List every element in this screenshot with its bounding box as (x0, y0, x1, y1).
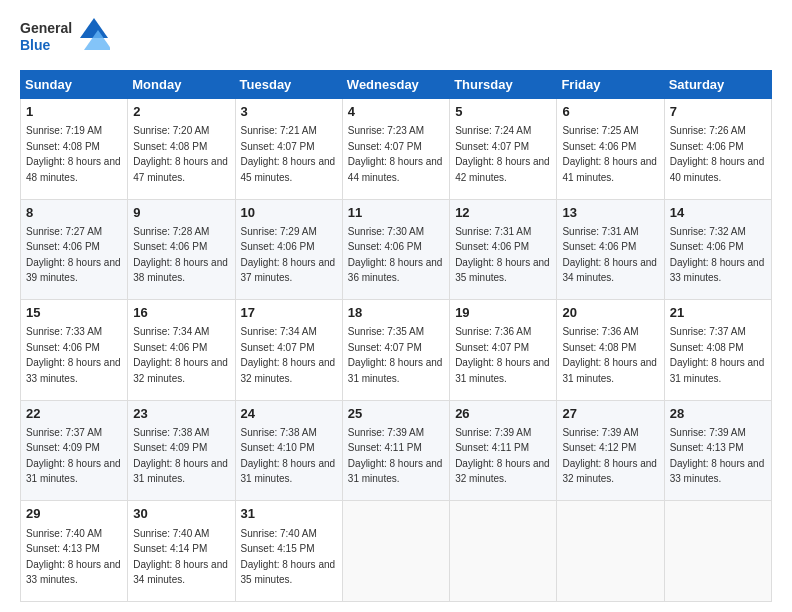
calendar-cell: 14 Sunrise: 7:32 AMSunset: 4:06 PMDaylig… (664, 199, 771, 300)
weekday-monday: Monday (128, 71, 235, 99)
day-info: Sunrise: 7:39 AMSunset: 4:11 PMDaylight:… (455, 427, 550, 485)
calendar-cell: 13 Sunrise: 7:31 AMSunset: 4:06 PMDaylig… (557, 199, 664, 300)
calendar-cell: 20 Sunrise: 7:36 AMSunset: 4:08 PMDaylig… (557, 300, 664, 401)
calendar-cell: 27 Sunrise: 7:39 AMSunset: 4:12 PMDaylig… (557, 400, 664, 501)
day-info: Sunrise: 7:27 AMSunset: 4:06 PMDaylight:… (26, 226, 121, 284)
day-number: 3 (241, 103, 337, 121)
day-number: 14 (670, 204, 766, 222)
calendar-cell: 28 Sunrise: 7:39 AMSunset: 4:13 PMDaylig… (664, 400, 771, 501)
day-info: Sunrise: 7:20 AMSunset: 4:08 PMDaylight:… (133, 125, 228, 183)
day-info: Sunrise: 7:36 AMSunset: 4:08 PMDaylight:… (562, 326, 657, 384)
calendar-cell: 29 Sunrise: 7:40 AMSunset: 4:13 PMDaylig… (21, 501, 128, 602)
day-info: Sunrise: 7:37 AMSunset: 4:09 PMDaylight:… (26, 427, 121, 485)
day-info: Sunrise: 7:39 AMSunset: 4:11 PMDaylight:… (348, 427, 443, 485)
day-number: 27 (562, 405, 658, 423)
day-info: Sunrise: 7:36 AMSunset: 4:07 PMDaylight:… (455, 326, 550, 384)
day-info: Sunrise: 7:30 AMSunset: 4:06 PMDaylight:… (348, 226, 443, 284)
day-info: Sunrise: 7:38 AMSunset: 4:09 PMDaylight:… (133, 427, 228, 485)
svg-marker-2 (80, 18, 108, 38)
day-number: 4 (348, 103, 444, 121)
day-info: Sunrise: 7:31 AMSunset: 4:06 PMDaylight:… (562, 226, 657, 284)
day-number: 13 (562, 204, 658, 222)
weekday-sunday: Sunday (21, 71, 128, 99)
week-row-5: 29 Sunrise: 7:40 AMSunset: 4:13 PMDaylig… (21, 501, 772, 602)
day-number: 10 (241, 204, 337, 222)
calendar-cell (664, 501, 771, 602)
day-info: Sunrise: 7:33 AMSunset: 4:06 PMDaylight:… (26, 326, 121, 384)
day-number: 25 (348, 405, 444, 423)
calendar-cell (342, 501, 449, 602)
day-number: 15 (26, 304, 122, 322)
weekday-friday: Friday (557, 71, 664, 99)
day-number: 20 (562, 304, 658, 322)
day-number: 1 (26, 103, 122, 121)
calendar-cell: 7 Sunrise: 7:26 AMSunset: 4:06 PMDayligh… (664, 99, 771, 200)
day-number: 24 (241, 405, 337, 423)
day-info: Sunrise: 7:35 AMSunset: 4:07 PMDaylight:… (348, 326, 443, 384)
day-info: Sunrise: 7:32 AMSunset: 4:06 PMDaylight:… (670, 226, 765, 284)
calendar-cell: 22 Sunrise: 7:37 AMSunset: 4:09 PMDaylig… (21, 400, 128, 501)
day-info: Sunrise: 7:40 AMSunset: 4:15 PMDaylight:… (241, 528, 336, 586)
day-number: 17 (241, 304, 337, 322)
calendar-cell (557, 501, 664, 602)
logo: General Blue (20, 16, 110, 60)
day-info: Sunrise: 7:28 AMSunset: 4:06 PMDaylight:… (133, 226, 228, 284)
calendar-cell: 11 Sunrise: 7:30 AMSunset: 4:06 PMDaylig… (342, 199, 449, 300)
day-info: Sunrise: 7:29 AMSunset: 4:06 PMDaylight:… (241, 226, 336, 284)
calendar-cell: 5 Sunrise: 7:24 AMSunset: 4:07 PMDayligh… (450, 99, 557, 200)
svg-text:General: General (20, 20, 72, 36)
day-number: 7 (670, 103, 766, 121)
weekday-tuesday: Tuesday (235, 71, 342, 99)
week-row-1: 1 Sunrise: 7:19 AMSunset: 4:08 PMDayligh… (21, 99, 772, 200)
calendar-cell: 6 Sunrise: 7:25 AMSunset: 4:06 PMDayligh… (557, 99, 664, 200)
day-info: Sunrise: 7:23 AMSunset: 4:07 PMDaylight:… (348, 125, 443, 183)
day-number: 5 (455, 103, 551, 121)
weekday-thursday: Thursday (450, 71, 557, 99)
day-info: Sunrise: 7:25 AMSunset: 4:06 PMDaylight:… (562, 125, 657, 183)
day-info: Sunrise: 7:34 AMSunset: 4:06 PMDaylight:… (133, 326, 228, 384)
calendar-cell: 23 Sunrise: 7:38 AMSunset: 4:09 PMDaylig… (128, 400, 235, 501)
weekday-saturday: Saturday (664, 71, 771, 99)
day-number: 31 (241, 505, 337, 523)
day-number: 23 (133, 405, 229, 423)
calendar-cell: 2 Sunrise: 7:20 AMSunset: 4:08 PMDayligh… (128, 99, 235, 200)
day-number: 12 (455, 204, 551, 222)
calendar-cell: 4 Sunrise: 7:23 AMSunset: 4:07 PMDayligh… (342, 99, 449, 200)
day-number: 2 (133, 103, 229, 121)
weekday-header-row: SundayMondayTuesdayWednesdayThursdayFrid… (21, 71, 772, 99)
calendar-cell: 12 Sunrise: 7:31 AMSunset: 4:06 PMDaylig… (450, 199, 557, 300)
day-number: 22 (26, 405, 122, 423)
day-info: Sunrise: 7:40 AMSunset: 4:13 PMDaylight:… (26, 528, 121, 586)
calendar-cell (450, 501, 557, 602)
page: General Blue SundayMondayTuesdayWednesda… (0, 0, 792, 612)
day-info: Sunrise: 7:21 AMSunset: 4:07 PMDaylight:… (241, 125, 336, 183)
day-info: Sunrise: 7:24 AMSunset: 4:07 PMDaylight:… (455, 125, 550, 183)
day-number: 21 (670, 304, 766, 322)
day-number: 6 (562, 103, 658, 121)
calendar-table: SundayMondayTuesdayWednesdayThursdayFrid… (20, 70, 772, 602)
calendar-cell: 31 Sunrise: 7:40 AMSunset: 4:15 PMDaylig… (235, 501, 342, 602)
day-info: Sunrise: 7:40 AMSunset: 4:14 PMDaylight:… (133, 528, 228, 586)
day-info: Sunrise: 7:38 AMSunset: 4:10 PMDaylight:… (241, 427, 336, 485)
day-number: 19 (455, 304, 551, 322)
day-info: Sunrise: 7:39 AMSunset: 4:13 PMDaylight:… (670, 427, 765, 485)
day-info: Sunrise: 7:26 AMSunset: 4:06 PMDaylight:… (670, 125, 765, 183)
calendar-cell: 25 Sunrise: 7:39 AMSunset: 4:11 PMDaylig… (342, 400, 449, 501)
day-number: 28 (670, 405, 766, 423)
day-number: 29 (26, 505, 122, 523)
day-info: Sunrise: 7:34 AMSunset: 4:07 PMDaylight:… (241, 326, 336, 384)
week-row-4: 22 Sunrise: 7:37 AMSunset: 4:09 PMDaylig… (21, 400, 772, 501)
day-number: 18 (348, 304, 444, 322)
day-info: Sunrise: 7:37 AMSunset: 4:08 PMDaylight:… (670, 326, 765, 384)
calendar-cell: 19 Sunrise: 7:36 AMSunset: 4:07 PMDaylig… (450, 300, 557, 401)
day-info: Sunrise: 7:31 AMSunset: 4:06 PMDaylight:… (455, 226, 550, 284)
day-info: Sunrise: 7:39 AMSunset: 4:12 PMDaylight:… (562, 427, 657, 485)
day-number: 30 (133, 505, 229, 523)
calendar-cell: 10 Sunrise: 7:29 AMSunset: 4:06 PMDaylig… (235, 199, 342, 300)
day-number: 26 (455, 405, 551, 423)
calendar-cell: 16 Sunrise: 7:34 AMSunset: 4:06 PMDaylig… (128, 300, 235, 401)
day-number: 9 (133, 204, 229, 222)
week-row-3: 15 Sunrise: 7:33 AMSunset: 4:06 PMDaylig… (21, 300, 772, 401)
calendar-cell: 1 Sunrise: 7:19 AMSunset: 4:08 PMDayligh… (21, 99, 128, 200)
calendar-cell: 3 Sunrise: 7:21 AMSunset: 4:07 PMDayligh… (235, 99, 342, 200)
